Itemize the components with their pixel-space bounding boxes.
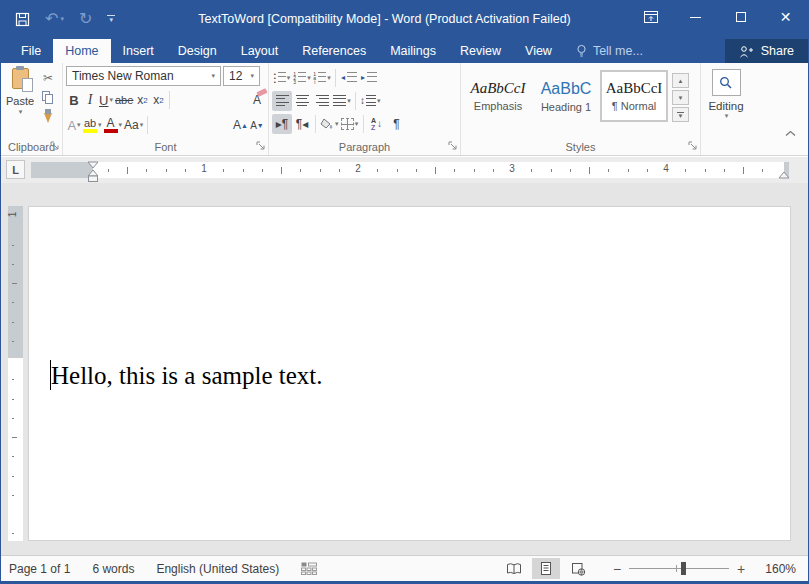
tab-file[interactable]: File (9, 39, 53, 63)
tab-design[interactable]: Design (166, 39, 229, 63)
sort-button[interactable]: AZ ↓ (367, 114, 387, 134)
clipboard-dialog-launcher[interactable] (50, 141, 60, 151)
close-button[interactable]: ✕ (763, 1, 808, 33)
collapse-ribbon-button[interactable] (785, 130, 796, 137)
change-case-button[interactable]: Aa▾ (123, 115, 144, 135)
show-hide-formatting-button[interactable]: ¶ (387, 114, 407, 134)
styles-dialog-launcher[interactable] (688, 141, 698, 151)
grow-font-button[interactable]: A▲ (232, 115, 249, 135)
styles-scroll-up-button[interactable]: ▲ (672, 73, 689, 88)
ruler-number: 1 (201, 163, 207, 174)
tab-mailings[interactable]: Mailings (378, 39, 448, 63)
customize-qat-button[interactable]: ▾ (107, 15, 115, 23)
ribbon-display-options-button[interactable] (628, 1, 673, 33)
tab-references[interactable]: References (290, 39, 378, 63)
bullets-icon: • • • (274, 72, 286, 84)
undo-button[interactable]: ↶▾ (45, 11, 64, 27)
cut-button[interactable]: ✂ (38, 69, 58, 86)
left-to-right-button[interactable]: ▸¶ (272, 114, 292, 134)
multilevel-list-button[interactable]: 1 a i▾ (312, 68, 332, 88)
zoom-out-button[interactable]: − (610, 561, 624, 577)
styles-more-button[interactable]: ▼ (672, 107, 689, 122)
style-heading-1[interactable]: AaBbC Heading 1 (532, 70, 600, 122)
format-painter-button[interactable] (38, 109, 58, 126)
align-right-button[interactable] (312, 91, 332, 111)
superscript-button[interactable]: x2 (150, 90, 166, 110)
decrease-indent-button[interactable]: ◂ (339, 68, 359, 88)
style-normal[interactable]: AaBbCcI ¶ Normal (600, 70, 668, 122)
macro-record-button[interactable] (301, 562, 317, 575)
indent-markers[interactable] (87, 161, 100, 183)
tab-insert[interactable]: Insert (111, 39, 166, 63)
bullets-button[interactable]: • • •▾ (272, 68, 292, 88)
font-size-combobox[interactable]: 12 ▾ (223, 66, 260, 86)
tell-me-box[interactable]: Tell me... (576, 39, 643, 63)
vertical-ruler[interactable]: 1 (8, 183, 23, 555)
share-button[interactable]: Share (725, 39, 808, 63)
align-center-icon (296, 95, 309, 107)
bold-button[interactable]: B (66, 90, 82, 110)
zoom-slider-thumb[interactable] (681, 562, 686, 575)
tab-review[interactable]: Review (448, 39, 513, 63)
justify-button[interactable]: ▾ (332, 91, 352, 111)
paste-label: Paste (6, 95, 34, 107)
maximize-button[interactable] (718, 1, 763, 33)
align-center-button[interactable] (292, 91, 312, 111)
read-mode-button[interactable] (500, 558, 528, 579)
tab-view[interactable]: View (513, 39, 564, 63)
word-count-status[interactable]: 6 words (92, 562, 134, 576)
line-spacing-button[interactable]: ↕▾ (359, 91, 382, 111)
ruler-left-margin (31, 162, 93, 178)
language-status[interactable]: English (United States) (156, 562, 279, 576)
hanging-indent-marker[interactable] (88, 170, 98, 176)
horizontal-ruler[interactable]: 1 2 3 4 (31, 162, 789, 178)
redo-button[interactable]: ↻ (79, 11, 92, 27)
font-dialog-launcher[interactable] (256, 141, 266, 151)
align-left-button[interactable] (272, 91, 292, 111)
print-layout-button[interactable] (532, 558, 560, 579)
increase-indent-button[interactable]: ▸ (359, 68, 379, 88)
left-indent-marker[interactable] (89, 176, 98, 182)
strikethrough-button[interactable]: abe (114, 90, 134, 110)
paragraph-dialog-launcher[interactable] (448, 141, 458, 151)
text-effects-button[interactable]: A▾ (66, 115, 82, 135)
tab-layout[interactable]: Layout (229, 39, 291, 63)
style-emphasis[interactable]: AaBbCcI Emphasis (464, 70, 532, 122)
minimize-button[interactable] (673, 1, 718, 33)
borders-button[interactable]: ▾ (340, 114, 360, 134)
web-layout-icon (571, 562, 586, 576)
subscript-button[interactable]: x2 (134, 90, 150, 110)
right-indent-marker[interactable] (778, 171, 790, 179)
copy-button[interactable] (38, 89, 58, 106)
page-count-status[interactable]: Page 1 of 1 (9, 562, 70, 576)
zoom-level[interactable]: 160% (754, 562, 796, 576)
increase-indent-icon: ▸ (361, 72, 377, 84)
italic-button[interactable]: I (82, 90, 98, 110)
editing-button[interactable]: Editing ▾ (704, 66, 748, 120)
find-button[interactable] (712, 69, 741, 96)
lightbulb-icon (576, 44, 587, 58)
font-color-button[interactable]: A ▾ (103, 115, 124, 135)
highlight-color-button[interactable]: ab ▾ (82, 115, 103, 135)
shrink-font-button[interactable]: A▼ (249, 115, 265, 135)
underline-button[interactable]: U▾ (98, 90, 114, 110)
first-line-indent-marker[interactable] (88, 162, 98, 168)
tab-stop-selector[interactable]: L (6, 160, 25, 179)
style-name: Heading 1 (541, 101, 591, 113)
document-text[interactable]: Hello, this is a sample text. (51, 362, 322, 390)
document-page[interactable]: Hello, this is a sample text. (28, 206, 791, 541)
web-layout-button[interactable] (564, 558, 592, 579)
zoom-slider[interactable] (629, 562, 729, 575)
clear-formatting-button[interactable]: A (249, 90, 265, 110)
font-family-combobox[interactable]: Times New Roman ▾ (66, 66, 221, 86)
editing-group: Editing ▾ (701, 63, 751, 155)
shading-button[interactable]: ▾ (319, 114, 340, 134)
save-button[interactable] (15, 12, 30, 27)
vruler-top-margin (8, 206, 23, 358)
right-to-left-button[interactable]: ¶◂ (292, 114, 312, 134)
styles-scroll-down-button[interactable]: ▼ (672, 90, 689, 105)
tab-home[interactable]: Home (53, 39, 110, 63)
paste-button[interactable]: Paste ▾ (4, 66, 36, 126)
numbering-button[interactable]: 1 2 3▾ (292, 68, 312, 88)
zoom-in-button[interactable]: + (734, 561, 748, 577)
